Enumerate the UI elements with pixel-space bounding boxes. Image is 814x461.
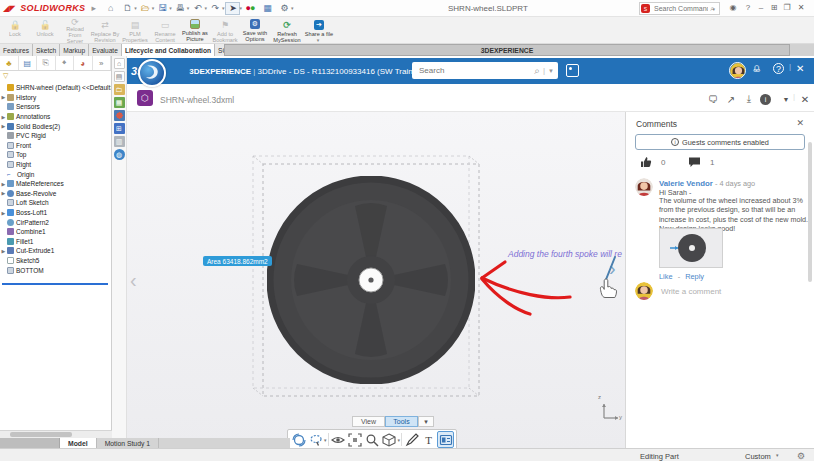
share-icon[interactable]: ↗	[724, 92, 738, 106]
previous-content-icon[interactable]: ‹	[130, 270, 137, 290]
comments-close-icon[interactable]: ✕	[796, 118, 804, 128]
options-gear-icon[interactable]: ⚙	[277, 2, 292, 15]
display-style-chevron-icon[interactable]: ▾	[776, 452, 779, 458]
platform-search-chevron-icon[interactable]: ▼	[548, 68, 554, 74]
save-dropdown-icon[interactable]: ▾	[169, 5, 172, 11]
orbit-icon[interactable]	[290, 431, 307, 448]
tag-navigator-icon[interactable]	[566, 64, 579, 77]
close-icon[interactable]: ✕	[795, 3, 807, 12]
tree-item-top-plane[interactable]: Top	[0, 150, 111, 160]
model-tab[interactable]: Model	[60, 438, 97, 448]
undo-icon[interactable]: ↶	[190, 2, 205, 15]
select-dropdown-icon[interactable]: ▾	[239, 5, 242, 11]
tree-item-cut-extrude[interactable]: ▶Cut-Extrude1	[0, 246, 111, 256]
tree-item-boss-loft[interactable]: ▶Boss-Loft1	[0, 208, 111, 218]
wheel-model[interactable]	[267, 176, 475, 384]
info-icon[interactable]: i	[760, 94, 771, 105]
slideshow-markup-icon[interactable]	[437, 431, 454, 448]
tree-item-cirpattern[interactable]: CirPattern2	[0, 217, 111, 227]
account-icon[interactable]: ◉	[727, 3, 739, 12]
save-icon[interactable]: 🖫	[155, 2, 170, 15]
command-search-input[interactable]	[652, 4, 710, 13]
user-avatar[interactable]	[729, 62, 746, 79]
scrollbar-thumb[interactable]	[10, 432, 72, 437]
tab-lifecycle-and-collaboration[interactable]: Lifecycle and Collaboration	[122, 44, 215, 56]
platform-search-input[interactable]	[417, 65, 534, 76]
strip-layers-icon[interactable]: ▥	[114, 136, 125, 147]
comments-counter[interactable]: 1	[688, 156, 714, 168]
tree-item-combine[interactable]: Combine1	[0, 227, 111, 237]
print-dropdown-icon[interactable]: ▾	[187, 5, 190, 11]
zoom-fit-icon[interactable]	[347, 431, 364, 448]
restore-icon[interactable]: ❐	[781, 3, 793, 12]
new-document-icon[interactable]: 🗋	[120, 2, 135, 15]
comment-author-link[interactable]: Valerie Vendor	[659, 179, 713, 188]
tree-item-right-plane[interactable]: Right	[0, 160, 111, 170]
section-dropdown-icon[interactable]: ▾	[398, 437, 401, 443]
tree-item-material[interactable]: PVC Rigid	[0, 131, 111, 141]
tab-markup[interactable]: Markup	[60, 44, 89, 56]
tree-item-fillet[interactable]: Fillet1	[0, 237, 111, 247]
rebuild-traffic-icon[interactable]: ●●	[243, 2, 258, 15]
tree-item-history[interactable]: ▶History	[0, 93, 111, 103]
publish-as-picture-button[interactable]: Publish as Picture▾	[180, 17, 210, 43]
pen-markup-icon[interactable]	[403, 431, 420, 448]
tab-features[interactable]: Features	[0, 44, 33, 56]
tree-item-solid-bodies[interactable]: ▶Solid Bodies(2)	[0, 121, 111, 131]
tree-item-front-plane[interactable]: Front	[0, 141, 111, 151]
display-style-icon[interactable]: ▦	[260, 2, 275, 15]
open-dropdown-icon[interactable]: ▾	[152, 5, 155, 11]
platform-search-icon[interactable]: ⌕	[534, 65, 540, 77]
lasso-dropdown-icon[interactable]: ▾	[324, 437, 327, 443]
dimxpertmanager-icon[interactable]: ⌖	[56, 56, 75, 70]
strip-notebook-icon[interactable]: ▤	[114, 71, 125, 82]
strip-palette-icon[interactable]	[114, 110, 125, 121]
docked-pane-title[interactable]: 3DEXPERIENCE	[224, 44, 790, 56]
tab-sketch[interactable]: Sketch	[33, 44, 60, 56]
new-dropdown-icon[interactable]: ▾	[134, 5, 137, 11]
strip-globe-icon[interactable]: ◍	[114, 149, 125, 160]
write-comment-input[interactable]: Write a comment	[661, 287, 721, 296]
strip-folder-icon[interactable]: 🗀	[114, 84, 125, 95]
strip-image-icon[interactable]: ▦	[114, 97, 125, 108]
window-grid-icon[interactable]: ⊞	[768, 3, 780, 12]
3d-viewport[interactable]: ‹ › Area 63418.862mm	[127, 112, 625, 448]
print-icon[interactable]: 🖶	[173, 2, 188, 15]
platform-help-icon[interactable]: ?	[773, 63, 784, 74]
comments-toggle-icon[interactable]: 🗨	[706, 92, 720, 106]
comment-attachment-thumbnail[interactable]	[659, 228, 723, 268]
like-link[interactable]: Like	[659, 272, 673, 281]
text-markup-icon[interactable]: T	[420, 431, 437, 448]
more-tabs-icon[interactable]: »	[93, 56, 112, 70]
options-dropdown-icon[interactable]: ▾	[291, 5, 294, 11]
tree-item-annotations[interactable]: ▶Annotations	[0, 112, 111, 122]
command-search-box[interactable]: S ⌕ ▾	[639, 2, 720, 15]
save-with-options-button[interactable]: ⚙Save with Options▾	[240, 17, 270, 43]
tab-evaluate[interactable]: Evaluate	[89, 44, 122, 56]
displaymanager-icon[interactable]: ◕	[74, 56, 93, 70]
status-gear-icon[interactable]: ⚙	[797, 451, 805, 461]
tree-item-base-revolve[interactable]: ▶Base-Revolve	[0, 189, 111, 199]
tree-item-loft-sketch[interactable]: Loft Sketch	[0, 198, 111, 208]
tree-filter-icon[interactable]: ▽	[0, 71, 111, 81]
tree-item-sensors[interactable]: Sensors	[0, 102, 111, 112]
tree-item-sketch5[interactable]: Sketch5	[0, 256, 111, 266]
motion-study-tab[interactable]: Motion Study 1	[97, 438, 159, 448]
strip-table-icon[interactable]: ⊞	[114, 123, 125, 134]
tree-item-bottom-plane[interactable]: BOTTOM	[0, 265, 111, 275]
strip-home-icon[interactable]: ⌂	[114, 58, 125, 69]
lasso-select-icon[interactable]	[307, 431, 324, 448]
platform-search-box[interactable]: ⌕ | ▼	[412, 62, 558, 79]
share-a-file-button[interactable]: ➔Share a file▾	[304, 17, 334, 43]
redo-dropdown-icon[interactable]: ▾	[222, 5, 225, 11]
featuremanager-tree-icon[interactable]: ♣	[0, 56, 19, 70]
tree-item-origin[interactable]: ⌐Origin	[0, 169, 111, 179]
tools-tab[interactable]: Tools	[385, 416, 418, 427]
visibility-eye-icon[interactable]	[330, 431, 347, 448]
platform-close-icon[interactable]: ✕	[796, 63, 804, 74]
undo-dropdown-icon[interactable]: ▾	[204, 5, 207, 11]
tree-item-matereferences[interactable]: ▶MateReferences	[0, 179, 111, 189]
help-icon[interactable]: ?	[742, 3, 754, 12]
download-icon[interactable]: ⤓	[742, 92, 756, 106]
tree-root[interactable]: SHRN-wheel (Default) <<Default>_Disp	[0, 83, 111, 93]
